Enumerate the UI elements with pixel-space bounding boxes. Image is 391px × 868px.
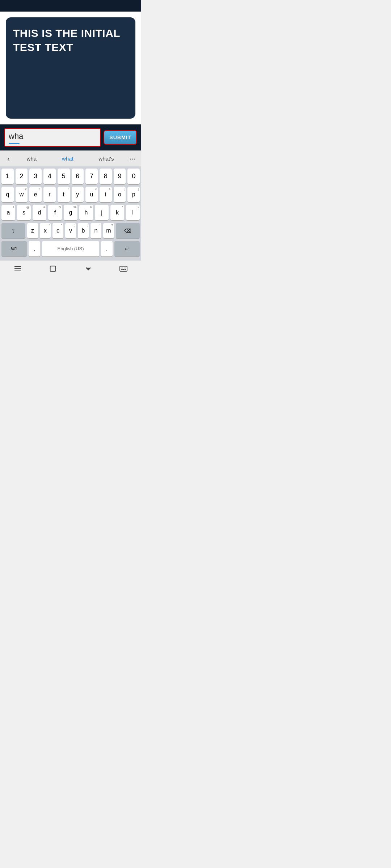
- key-n[interactable]: n': [91, 223, 101, 239]
- key-o[interactable]: o[: [114, 187, 126, 203]
- svg-rect-4: [120, 266, 127, 271]
- key-t[interactable]: t/: [58, 187, 70, 203]
- key-f[interactable]: f$: [48, 205, 62, 221]
- display-text: THIS IS THE INITIAL TEST TEXT: [13, 26, 128, 54]
- row-qwerty: q wx e÷ r t/ y u< i> o[ p]: [1, 187, 140, 203]
- number-row: 1 2 3 4 5 6 7 8 9 0: [1, 169, 140, 184]
- svg-rect-1: [14, 268, 21, 269]
- nav-bar: [0, 260, 141, 276]
- key-period[interactable]: .: [101, 241, 113, 257]
- key-k[interactable]: k*: [110, 205, 124, 221]
- key-v[interactable]: v:: [65, 223, 76, 239]
- key-d[interactable]: d#: [33, 205, 46, 221]
- key-q[interactable]: q: [1, 187, 14, 203]
- key-7[interactable]: 7: [85, 169, 98, 184]
- key-h[interactable]: h&: [79, 205, 93, 221]
- main-content: THIS IS THE INITIAL TEST TEXT: [0, 12, 141, 124]
- key-x[interactable]: x': [40, 223, 51, 239]
- symbols-key[interactable]: !#1: [1, 241, 27, 257]
- row-bottom: !#1 , English (US) . ↵: [1, 241, 140, 257]
- key-2[interactable]: 2: [16, 169, 28, 184]
- key-1[interactable]: 1: [1, 169, 14, 184]
- menu-nav-icon[interactable]: [10, 261, 25, 276]
- key-s[interactable]: s@: [17, 205, 31, 221]
- key-5[interactable]: 5: [58, 169, 70, 184]
- svg-rect-9: [121, 269, 122, 270]
- key-6[interactable]: 6: [72, 169, 84, 184]
- svg-rect-5: [121, 268, 122, 268]
- key-i[interactable]: i>: [100, 187, 112, 203]
- key-c[interactable]: c": [52, 223, 63, 239]
- key-e[interactable]: e÷: [29, 187, 42, 203]
- svg-rect-7: [124, 268, 125, 268]
- svg-rect-8: [125, 268, 126, 268]
- key-a[interactable]: a!: [1, 205, 15, 221]
- status-bar: [0, 0, 141, 12]
- key-l[interactable]: l): [126, 205, 140, 221]
- autocomplete-bar: ‹ wha what what's ···: [0, 150, 141, 166]
- suggestion-wha[interactable]: wha: [24, 154, 40, 163]
- key-9[interactable]: 9: [114, 169, 126, 184]
- chevron-down-nav-icon[interactable]: [81, 261, 96, 276]
- key-u[interactable]: u<: [85, 187, 98, 203]
- keyboard: 1 2 3 4 5 6 7 8 9 0 q wx e÷ r t/ y u< i>…: [0, 166, 141, 260]
- submit-button[interactable]: SUBMIT: [104, 130, 137, 145]
- key-g[interactable]: g%: [64, 205, 77, 221]
- key-z[interactable]: z: [27, 223, 38, 239]
- text-display-card: THIS IS THE INITIAL TEST TEXT: [6, 17, 135, 119]
- back-button[interactable]: ‹: [3, 154, 14, 163]
- key-j[interactable]: j: [95, 205, 109, 221]
- enter-key[interactable]: ↵: [114, 241, 140, 257]
- svg-rect-2: [14, 271, 21, 271]
- key-comma[interactable]: ,: [29, 241, 40, 257]
- key-y[interactable]: y: [72, 187, 84, 203]
- svg-rect-0: [14, 266, 21, 267]
- autocomplete-suggestions: wha what what's: [14, 154, 127, 163]
- home-nav-icon[interactable]: [46, 261, 60, 276]
- row-zxcv: ⇧ z x' c" v: b; n' m? ⌫: [1, 223, 140, 239]
- svg-rect-10: [122, 269, 125, 270]
- input-wrapper: [4, 128, 101, 147]
- suggestion-what[interactable]: what: [59, 154, 76, 163]
- svg-rect-3: [50, 266, 56, 271]
- backspace-key[interactable]: ⌫: [116, 223, 140, 239]
- input-section: SUBMIT: [0, 124, 141, 150]
- key-m[interactable]: m?: [103, 223, 114, 239]
- text-input[interactable]: [9, 132, 96, 141]
- key-p[interactable]: p]: [127, 187, 140, 203]
- key-b[interactable]: b;: [78, 223, 89, 239]
- shift-key[interactable]: ⇧: [1, 223, 25, 239]
- svg-rect-11: [125, 269, 126, 270]
- row-asdf: a! s@ d# f$ g% h& j k* l): [1, 205, 140, 221]
- keyboard-nav-icon[interactable]: [116, 261, 131, 276]
- key-0[interactable]: 0: [127, 169, 140, 184]
- key-r[interactable]: r: [43, 187, 56, 203]
- key-3[interactable]: 3: [29, 169, 42, 184]
- key-w[interactable]: wx: [16, 187, 28, 203]
- suggestion-whats[interactable]: what's: [96, 154, 117, 163]
- key-8[interactable]: 8: [100, 169, 112, 184]
- more-suggestions-button[interactable]: ···: [126, 154, 138, 163]
- key-4[interactable]: 4: [43, 169, 56, 184]
- svg-rect-6: [122, 268, 123, 268]
- space-key[interactable]: English (US): [42, 241, 100, 257]
- cursor-line: [9, 143, 20, 144]
